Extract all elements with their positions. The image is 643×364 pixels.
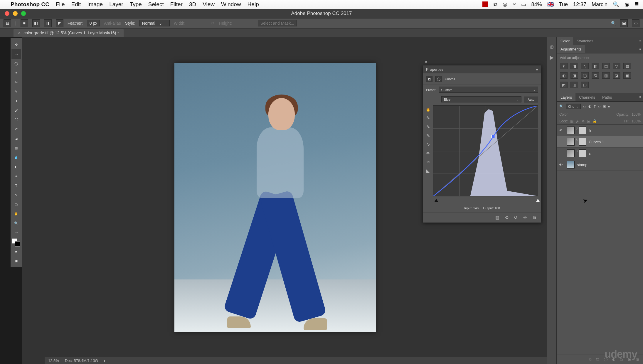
tab-swatches[interactable]: Swatches	[573, 37, 597, 45]
lock-position-icon[interactable]: ✥	[582, 119, 585, 123]
quickmask-button[interactable]: ◙	[11, 247, 21, 256]
tab-paths[interactable]: Paths	[599, 93, 615, 101]
histogram-toggle-icon[interactable]: ◣	[426, 168, 430, 173]
menu-window[interactable]: Window	[221, 1, 241, 8]
filter-type-icon[interactable]: T	[594, 105, 596, 108]
black-point-slider[interactable]	[434, 199, 438, 202]
stamp-tool[interactable]: ⛶	[11, 115, 21, 124]
document-tab[interactable]: × color grade.tif @ 12.5% (Curves 1, Lay…	[14, 29, 124, 37]
panel-menu-icon[interactable]: ≡	[638, 93, 643, 101]
dodge-tool[interactable]: ◐	[11, 162, 21, 171]
target-adjust-icon[interactable]: ☝	[425, 107, 431, 112]
close-tab-icon[interactable]: ×	[18, 31, 21, 35]
lock-artboard-icon[interactable]: ▣	[587, 119, 590, 123]
healing-tool[interactable]: ✚	[11, 96, 21, 106]
history-brush-tool[interactable]: ↺	[11, 124, 21, 134]
screenmode-button[interactable]: ▭	[632, 19, 639, 27]
filter-toggle[interactable]: ●	[608, 105, 610, 108]
layer-row[interactable]: 8 Curves 1	[557, 136, 643, 148]
brush-tool[interactable]: 🖌	[11, 106, 21, 115]
layer-name[interactable]: s	[589, 151, 591, 156]
crop-tool[interactable]: ✂	[11, 77, 21, 87]
status-doc[interactable]: Doc: 578.4M/1.13G	[65, 358, 98, 363]
smooth-icon[interactable]: ≋	[426, 159, 430, 165]
auto-button[interactable]: Auto	[524, 97, 538, 102]
gradient-tool[interactable]: ▤	[11, 143, 21, 153]
blur-tool[interactable]: 💧	[11, 153, 21, 162]
new-selection-icon[interactable]: ■	[21, 19, 28, 27]
hand-tool[interactable]: ✋	[11, 209, 21, 218]
visibility-toggle[interactable]: 👁	[559, 163, 565, 166]
layer-row[interactable]: 👁 8 h	[557, 125, 643, 136]
user-name[interactable]: Marcin	[592, 1, 607, 8]
layer-name[interactable]: Curves 1	[589, 140, 604, 144]
filter-smart-icon[interactable]: ▣	[603, 105, 606, 108]
adj-more-icon[interactable]: ▢	[581, 82, 589, 88]
window-minimize-button[interactable]	[13, 11, 18, 16]
wifi-icon[interactable]: ⌔	[513, 1, 516, 8]
battery-icon[interactable]: ▭	[521, 1, 526, 8]
clip-to-layer-icon[interactable]: ▥	[495, 215, 499, 220]
delete-adjustment-icon[interactable]: 🗑	[533, 215, 537, 220]
view-previous-icon[interactable]: ⟲	[505, 215, 509, 220]
adj-threshold-icon[interactable]: ▽	[613, 63, 620, 69]
menu-edit[interactable]: Edit	[71, 1, 81, 8]
status-arrow-icon[interactable]: ▸	[104, 358, 106, 363]
sync-icon[interactable]: ◎	[503, 1, 507, 8]
layer-row[interactable]: 8 s	[557, 148, 643, 159]
toggle-visibility-icon[interactable]: 👁	[523, 215, 527, 220]
more-tools[interactable]: ⋯	[11, 228, 21, 237]
menu-type[interactable]: Type	[130, 1, 142, 8]
properties-panel[interactable]: × Properties ≡ ◩ ◯ Curves Preset: Custom…	[423, 65, 541, 223]
mac-menubar[interactable]: Photoshop CC File Edit Image Layer Type …	[0, 0, 643, 9]
adj-grad-icon[interactable]: ◩	[560, 82, 568, 88]
clock-day[interactable]: Tue	[559, 1, 568, 8]
reset-icon[interactable]: ↺	[514, 215, 518, 220]
dropbox-icon[interactable]: ⧉	[494, 1, 497, 8]
siri-icon[interactable]: ◉	[625, 1, 629, 8]
tab-channels[interactable]: Channels	[575, 93, 599, 101]
menu-file[interactable]: File	[56, 1, 65, 8]
gray-sampler-icon[interactable]: ✎	[426, 124, 430, 129]
link-layers-icon[interactable]: ⧉	[589, 357, 592, 361]
app-menu[interactable]: Photoshop CC	[11, 1, 49, 8]
fill-value[interactable]: 100%	[632, 119, 641, 123]
filter-adj-icon[interactable]: ◐	[588, 105, 591, 108]
panel-icon-2[interactable]: ▶	[550, 54, 554, 61]
input-flag[interactable]: 🇬🇧	[547, 1, 554, 8]
screenmode-tool[interactable]: ▣	[11, 256, 21, 265]
panel-menu-icon[interactable]: ≡	[536, 67, 538, 72]
adj-lut-icon[interactable]: ▥	[602, 72, 610, 79]
adj-poster-icon[interactable]: ▣	[623, 72, 631, 79]
shape-tool[interactable]: ▢	[11, 200, 21, 209]
adj-brightness-icon[interactable]: ☀	[560, 63, 568, 69]
menu-help[interactable]: Help	[248, 1, 259, 8]
search-icon[interactable]: 🔍	[611, 21, 616, 26]
notifications-icon[interactable]: ≣	[634, 1, 639, 8]
panel-close-icon[interactable]: ×	[425, 60, 427, 64]
tool-preset-button[interactable]: ▦	[4, 19, 11, 27]
black-sampler-icon[interactable]: ✎	[426, 133, 430, 138]
menu-image[interactable]: Image	[87, 1, 103, 8]
adj-hue-icon[interactable]: ▦	[623, 63, 631, 69]
document-canvas[interactable]	[174, 63, 376, 332]
menu-3d[interactable]: 3D	[189, 1, 196, 8]
tab-layers[interactable]: Layers	[557, 93, 575, 101]
adj-bw-icon[interactable]: ◨	[570, 72, 578, 79]
filter-pixel-icon[interactable]: ▭	[583, 105, 586, 108]
lock-pixels-icon[interactable]: 🖌	[576, 119, 579, 123]
visibility-toggle[interactable]: 👁	[559, 129, 565, 132]
window-zoom-button[interactable]	[21, 11, 26, 16]
panel-menu-icon[interactable]: ≡	[638, 45, 643, 53]
lock-transparent-icon[interactable]: ▦	[570, 119, 573, 123]
layer-fx-icon[interactable]: fx	[596, 357, 599, 361]
intersect-selection-icon[interactable]: ◩	[56, 19, 63, 27]
adj-balance-icon[interactable]: ◐	[560, 72, 568, 79]
layer-name[interactable]: stamp	[577, 163, 587, 167]
layer-name[interactable]: h	[589, 128, 591, 133]
draw-curve-icon[interactable]: ✏	[426, 151, 430, 156]
adj-selective-icon[interactable]: ◫	[570, 82, 578, 88]
tab-adjustments[interactable]: Adjustments	[557, 45, 585, 53]
clock-time[interactable]: 12:37	[573, 1, 586, 8]
quick-select-tool[interactable]: ✶	[11, 68, 21, 77]
